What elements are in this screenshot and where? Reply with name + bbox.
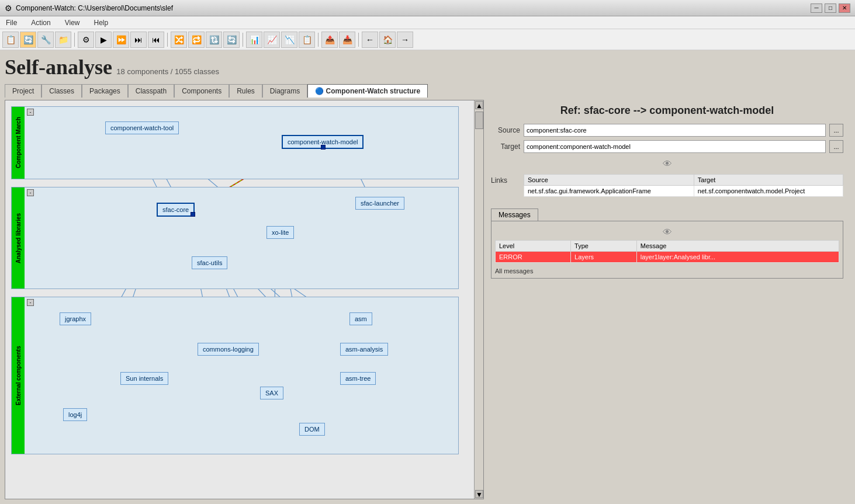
toolbar-btn-10[interactable]: 🔀 — [171, 32, 187, 48]
node-sfac-core[interactable]: sfac-core — [157, 203, 195, 217]
toolbar-sep-5 — [358, 33, 359, 47]
tab-classes[interactable]: Classes — [41, 84, 82, 98]
layer-component-march: Component March - component-watch-tool c… — [11, 106, 459, 179]
toolbar-btn-7[interactable]: ⏩ — [113, 32, 129, 48]
node-dom[interactable]: DOM — [299, 423, 325, 436]
toolbar-btn-1[interactable]: 📋 — [2, 32, 19, 48]
tab-component-watch-structure[interactable]: 🔵 Component-Watch structure — [307, 84, 428, 98]
menu-file[interactable]: File — [2, 18, 20, 28]
target-field-row: Target ... — [491, 140, 843, 153]
links-cell-target: net.sf.componentwatch.model.Project — [694, 186, 843, 197]
node-asm-tree[interactable]: asm-tree — [340, 372, 376, 385]
right-panel: Ref: sfac-core --> component-watch-model… — [484, 100, 850, 499]
links-table-container: Source Target net.sf.sfac.gui.framework.… — [524, 174, 843, 197]
close-button[interactable]: ✕ — [839, 4, 850, 13]
layer-collapse-2[interactable]: - — [27, 189, 34, 196]
scrollbar-thumb[interactable] — [475, 112, 483, 129]
toolbar-btn-18[interactable]: 📤 — [321, 32, 338, 48]
target-input[interactable] — [524, 140, 826, 153]
tab-classpath[interactable]: Classpath — [128, 84, 174, 98]
node-component-watch-tool[interactable]: component-watch-tool — [105, 121, 179, 134]
msg-col-type: Type — [571, 241, 637, 252]
window-title: Component-Watch: C:\Users\berol\Document… — [16, 4, 173, 12]
node-sax[interactable]: SAX — [260, 387, 283, 399]
layer-label-component-march: Component March — [12, 107, 25, 179]
menubar: File Action View Help — [0, 16, 855, 29]
source-browse-btn[interactable]: ... — [829, 124, 843, 137]
toolbar-btn-home[interactable]: 🏠 — [379, 32, 396, 48]
layer-collapse-3[interactable]: - — [27, 299, 34, 306]
messages-tab-bar: Messages — [491, 208, 843, 221]
msg-type: Layers — [571, 252, 637, 263]
scrollbar-up[interactable]: ▲ — [475, 101, 483, 109]
toolbar-btn-11[interactable]: 🔁 — [188, 32, 205, 48]
node-sfac-utils[interactable]: sfac-utils — [192, 256, 227, 269]
source-input[interactable] — [524, 124, 826, 137]
toolbar-btn-14[interactable]: 📊 — [246, 32, 262, 48]
minimize-button[interactable]: ─ — [811, 4, 822, 13]
node-commons-logging[interactable]: commons-logging — [198, 343, 259, 356]
page-title: Self-analyse — [5, 55, 112, 79]
toolbar-btn-6[interactable]: ▶ — [95, 32, 112, 48]
toolbar-btn-19[interactable]: 📥 — [339, 32, 355, 48]
links-col-source: Source — [524, 175, 694, 186]
maximize-button[interactable]: □ — [825, 4, 836, 13]
tab-packages[interactable]: Packages — [82, 84, 128, 98]
tab-diagrams[interactable]: Diagrams — [262, 84, 307, 98]
all-messages-row: All messages — [495, 267, 839, 274]
node-sun-internals[interactable]: Sun internals — [120, 372, 168, 385]
msg-level: ERROR — [496, 252, 571, 263]
toolbar-btn-forward[interactable]: → — [397, 32, 413, 48]
messages-table: Level Type Message ERROR Layers layer1la… — [495, 240, 839, 263]
ref-title: Ref: sfac-core --> component-watch-model — [491, 105, 843, 117]
toolbar-sep-3 — [243, 33, 243, 47]
links-label: Links — [491, 176, 520, 185]
scrollbar-down[interactable]: ▼ — [475, 490, 483, 498]
messages-section: Messages 👁 Level Type Message — [491, 201, 843, 495]
msg-message: layer1layer:Analysed libr... — [636, 252, 839, 263]
left-scrollbar[interactable]: ▲ ▼ — [474, 100, 483, 499]
menu-help[interactable]: Help — [91, 18, 112, 28]
messages-content: 👁 Level Type Message ERROR — [491, 221, 843, 279]
target-browse-btn[interactable]: ... — [829, 140, 843, 153]
menu-view[interactable]: View — [61, 18, 84, 28]
diagram-area[interactable]: Component March - component-watch-tool c… — [5, 100, 474, 499]
toolbar-btn-2[interactable]: 🔄 — [20, 32, 36, 48]
toolbar-btn-back[interactable]: ← — [362, 32, 378, 48]
titlebar-left: ⚙ Component-Watch: C:\Users\berol\Docume… — [5, 4, 173, 13]
toolbar-btn-16[interactable]: 📉 — [281, 32, 297, 48]
toolbar-sep-4 — [318, 33, 319, 47]
toolbar-btn-5[interactable]: ⚙ — [78, 32, 94, 48]
node-xo-lite[interactable]: xo-lite — [266, 226, 294, 239]
toolbar-btn-4[interactable]: 📁 — [55, 32, 71, 48]
node-sfac-core-dot — [191, 212, 195, 217]
links-row-1[interactable]: net.sf.sfac.gui.framework.ApplicationFra… — [524, 186, 843, 197]
messages-tab[interactable]: Messages — [491, 208, 538, 221]
node-log4j[interactable]: log4j — [63, 408, 87, 421]
msg-row-error[interactable]: ERROR Layers layer1layer:Analysed libr..… — [496, 252, 839, 263]
menu-action[interactable]: Action — [27, 18, 54, 28]
toolbar-btn-15[interactable]: 📈 — [264, 32, 280, 48]
toolbar-btn-12[interactable]: 🔃 — [206, 32, 222, 48]
msg-col-message: Message — [636, 241, 839, 252]
tab-project[interactable]: Project — [5, 84, 41, 98]
tab-rules[interactable]: Rules — [229, 84, 262, 98]
node-jgraphx[interactable]: jgraphx — [60, 312, 91, 325]
node-asm[interactable]: asm — [349, 312, 372, 325]
titlebar: ⚙ Component-Watch: C:\Users\berol\Docume… — [0, 0, 855, 16]
toolbar-btn-3[interactable]: 🔧 — [37, 32, 54, 48]
node-asm-analysis[interactable]: asm-analysis — [340, 343, 388, 356]
links-table: Source Target net.sf.sfac.gui.framework.… — [524, 174, 843, 197]
toolbar-btn-9[interactable]: ⏮ — [148, 32, 164, 48]
target-label: Target — [491, 142, 520, 151]
toolbar-btn-8[interactable]: ⏭ — [130, 32, 147, 48]
tab-components[interactable]: Components — [174, 84, 229, 98]
toolbar-btn-17[interactable]: 📋 — [299, 32, 315, 48]
source-field-row: Source ... — [491, 124, 843, 137]
links-cell-source: net.sf.sfac.gui.framework.ApplicationFra… — [524, 186, 694, 197]
toolbar-btn-13[interactable]: 🔄 — [223, 32, 240, 48]
layer-collapse-1[interactable]: - — [27, 109, 34, 116]
layer-analysed-libraries: Analysed libraries - sfac-core sfac-laun… — [11, 187, 459, 289]
toolbar: 📋 🔄 🔧 📁 ⚙ ▶ ⏩ ⏭ ⏮ 🔀 🔁 🔃 🔄 📊 📈 📉 📋 📤 📥 ← … — [0, 29, 855, 50]
node-sfac-launcher[interactable]: sfac-launcher — [355, 197, 404, 210]
